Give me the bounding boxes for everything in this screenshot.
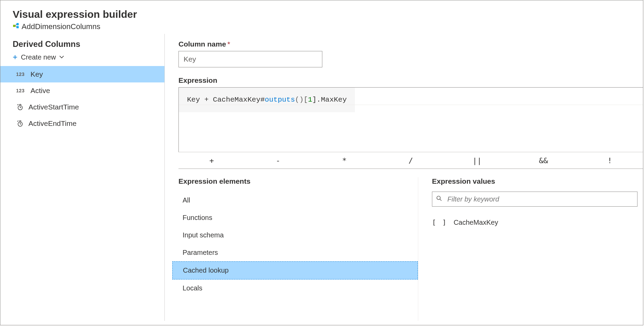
derived-column-item[interactable]: ActiveEndTime	[0, 115, 164, 132]
search-icon	[436, 195, 442, 203]
expression-token: 1	[308, 96, 312, 104]
expression-element-item[interactable]: Locals	[178, 279, 418, 297]
plus-icon: +	[13, 53, 17, 61]
derived-column-label: Key	[30, 70, 43, 78]
page-title: Visual expression builder	[13, 9, 643, 20]
expression-token: ].MaxKey	[312, 96, 347, 104]
datetime-type-icon	[16, 103, 24, 111]
operator-toolbar: +-*/||&&!	[178, 152, 643, 169]
derived-columns-sidebar: Derived Columns + Create new 123Key123Ac…	[0, 34, 165, 321]
derived-column-item[interactable]: ActiveStartTime	[0, 99, 164, 115]
operator-button[interactable]: -	[245, 156, 311, 165]
sidebar-heading: Derived Columns	[0, 37, 164, 51]
expression-element-item[interactable]: All	[178, 192, 418, 209]
expression-value-label: CacheMaxKey	[454, 219, 498, 226]
svg-point-15	[437, 196, 440, 199]
expression-editor[interactable]: Key + CacheMaxKey#outputs()[1].MaxKey	[178, 87, 643, 152]
svg-line-3	[15, 24, 17, 26]
expression-value-item[interactable]: [ ]CacheMaxKey	[432, 216, 643, 229]
svg-line-4	[15, 26, 17, 27]
operator-button[interactable]: &&	[510, 156, 577, 165]
operator-button[interactable]: /	[377, 156, 444, 165]
operator-button[interactable]: +	[178, 156, 245, 165]
array-type-icon: [ ]	[432, 218, 447, 226]
column-name-label: Column name*	[178, 40, 643, 48]
svg-rect-1	[16, 23, 18, 25]
expression-element-item[interactable]: Input schema	[178, 226, 418, 244]
datetime-type-icon	[16, 120, 24, 127]
app-frame: Visual expression builder AddDimensionCo…	[0, 0, 643, 325]
expression-values-title: Expression values	[432, 177, 643, 185]
chevron-down-icon	[59, 53, 64, 61]
expression-elements-title: Expression elements	[178, 177, 418, 185]
derived-column-item[interactable]: 123Active	[0, 82, 164, 99]
expression-label: Expression	[178, 76, 643, 84]
derived-column-label: ActiveEndTime	[28, 119, 76, 128]
step-name: AddDimensionColumns	[22, 22, 100, 31]
column-name-input[interactable]	[178, 51, 322, 67]
expression-element-item[interactable]: Functions	[178, 209, 418, 226]
expression-values-panel: Expression values [ ]CacheMaxKey	[418, 177, 643, 321]
flow-step-icon	[13, 22, 20, 31]
svg-line-16	[440, 199, 442, 201]
derived-columns-list: 123Key123ActiveActiveStartTimeActiveEndT…	[0, 66, 164, 132]
derived-column-item[interactable]: 123Key	[0, 66, 164, 82]
expression-element-item[interactable]: Parameters	[178, 244, 418, 261]
derived-column-label: ActiveStartTime	[28, 103, 79, 111]
expression-token: outputs	[265, 96, 295, 104]
operator-button[interactable]: ||	[444, 156, 510, 165]
step-breadcrumb: AddDimensionColumns	[13, 22, 643, 31]
main-panel: Column name* Expression Key + CacheMaxKe…	[165, 34, 643, 321]
svg-rect-0	[13, 25, 15, 27]
expression-element-item[interactable]: Cached lookup	[172, 261, 418, 279]
derived-column-label: Active	[30, 87, 50, 95]
expression-elements-panel: Expression elements AllFunctionsInput sc…	[178, 177, 418, 321]
expression-token: ()[	[295, 96, 308, 104]
numeric-type-icon: 123	[16, 88, 26, 93]
operator-button[interactable]: !	[577, 156, 643, 165]
filter-input[interactable]	[432, 192, 637, 207]
svg-rect-2	[16, 26, 18, 28]
numeric-type-icon: 123	[16, 71, 26, 77]
create-new-label: Create new	[21, 53, 56, 61]
expression-token: Key + CacheMaxKey#	[187, 96, 265, 104]
operator-button[interactable]: *	[311, 156, 377, 165]
create-new-button[interactable]: + Create new	[0, 51, 164, 66]
header: Visual expression builder AddDimensionCo…	[0, 0, 643, 34]
